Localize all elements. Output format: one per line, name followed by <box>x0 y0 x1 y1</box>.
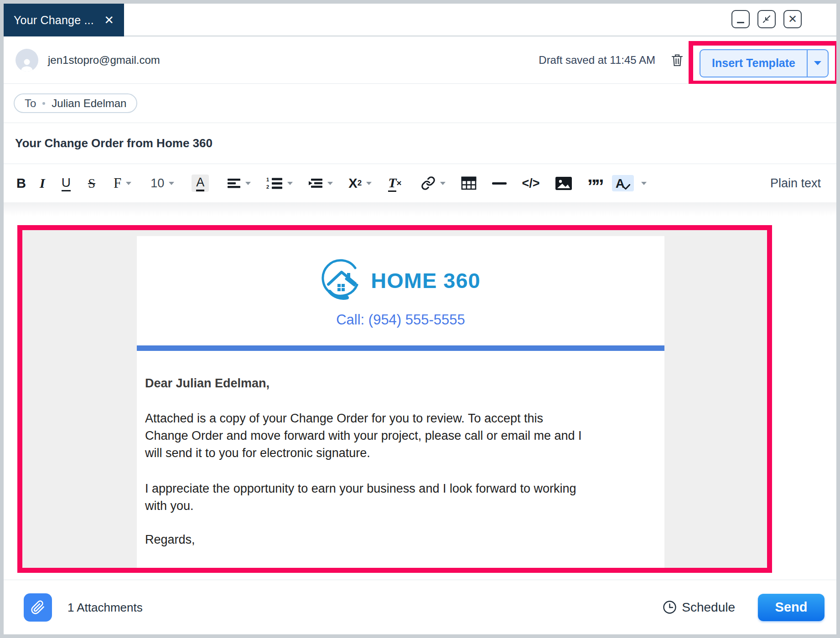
italic-button[interactable]: I <box>40 175 45 191</box>
paragraph: I appreciate the opportunity to earn you… <box>145 480 646 515</box>
email-body-annotation: HOME 360 Call: (954) 555-5555 Dear Julia… <box>17 225 772 573</box>
brand-header: HOME 360 <box>137 259 664 302</box>
indent-icon <box>308 178 323 189</box>
clear-formatting-button[interactable]: T× <box>388 175 401 192</box>
paragraph: Attached is a copy of your Change Order … <box>145 410 646 462</box>
close-icon: ✕ <box>788 14 797 25</box>
editor-top-fade <box>4 202 836 216</box>
to-label: To <box>25 97 36 110</box>
bold-button[interactable]: B <box>16 176 26 191</box>
indent-button[interactable] <box>308 178 333 189</box>
chevron-down-icon <box>440 182 446 185</box>
minimize-button[interactable] <box>731 10 750 28</box>
email-text[interactable]: Dear Julian Edelman, Attached is a copy … <box>137 376 664 547</box>
insert-template-button[interactable]: Insert Template <box>700 49 829 77</box>
email-body-editor[interactable]: HOME 360 Call: (954) 555-5555 Dear Julia… <box>137 236 664 568</box>
compose-footer: 1 Attachments Schedule Send <box>4 580 836 634</box>
compose-tab-title: Your Change ... <box>14 14 94 27</box>
table-button[interactable] <box>461 176 477 190</box>
greeting: Dear Julian Edelman, <box>145 376 646 391</box>
trash-icon <box>671 53 683 67</box>
image-icon <box>555 177 572 190</box>
brand-name: HOME 360 <box>371 268 480 293</box>
svg-text:2: 2 <box>266 184 269 190</box>
clear-format-sub: × <box>396 178 401 188</box>
paperclip-icon <box>31 600 45 615</box>
superscript-base: X <box>348 176 357 191</box>
brand-phone: Call: (954) 555-5555 <box>137 312 664 328</box>
superscript-button[interactable]: X2 <box>348 176 372 191</box>
home360-logo-icon <box>321 259 363 302</box>
minimize-icon <box>737 22 744 23</box>
insert-image-button[interactable] <box>555 177 572 190</box>
insert-template-dropdown[interactable] <box>807 50 828 77</box>
font-size-value: 10 <box>150 176 164 190</box>
draft-status: Draft saved at 11:45 AM <box>539 54 655 67</box>
window-controls: ✕ <box>731 10 802 28</box>
send-button[interactable]: Send <box>758 594 824 621</box>
horizontal-line-button[interactable] <box>492 182 507 185</box>
blockquote-button[interactable]: ”” <box>587 175 602 191</box>
link-button[interactable] <box>421 176 446 190</box>
chevron-down-icon <box>366 182 372 185</box>
recipient-chip[interactable]: To Julian Edelman <box>14 93 137 113</box>
chevron-down-icon <box>126 182 131 185</box>
close-button[interactable]: ✕ <box>783 10 802 28</box>
title-bar: ✕ <box>4 4 836 36</box>
strikethrough-button[interactable]: S <box>88 176 95 191</box>
closing: Regards, <box>145 533 646 547</box>
attachments-count[interactable]: 1 Attachments <box>67 600 143 614</box>
font-family-label: F <box>114 175 121 191</box>
tab-close-icon[interactable]: ✕ <box>104 14 114 26</box>
clock-icon <box>663 600 677 614</box>
numbered-list-icon: 1 2 <box>266 177 283 190</box>
chevron-down-icon <box>245 182 251 185</box>
horizontal-line-icon <box>492 182 507 185</box>
chevron-down-icon <box>814 61 821 65</box>
schedule-button[interactable]: Schedule <box>663 600 735 615</box>
footer-actions: Schedule Send <box>663 580 824 634</box>
plain-text-toggle[interactable]: Plain text <box>770 176 821 190</box>
code-button[interactable]: </> <box>522 176 540 190</box>
font-color-label: A <box>196 175 204 191</box>
numbered-list-button[interactable]: 1 2 <box>266 177 293 190</box>
font-family-button[interactable]: F <box>114 175 131 191</box>
person-icon <box>19 57 35 72</box>
delete-draft-button[interactable] <box>671 53 683 67</box>
link-icon <box>421 176 436 190</box>
clear-format-glyph: T <box>388 175 396 192</box>
recipient-name: Julian Edelman <box>52 97 126 110</box>
insert-template-label[interactable]: Insert Template <box>700 50 807 77</box>
underline-button[interactable]: U <box>62 175 71 191</box>
collapse-icon <box>762 14 772 24</box>
subject-input[interactable]: Your Change Order from Home 360 <box>4 136 213 150</box>
collapse-button[interactable] <box>757 10 776 28</box>
compose-tab[interactable]: Your Change ... ✕ <box>4 4 124 36</box>
chevron-down-icon <box>169 182 174 185</box>
quote-icon: ”” <box>587 182 602 191</box>
brand-divider <box>137 345 664 351</box>
chevron-down-icon[interactable] <box>641 182 647 185</box>
spellcheck-button[interactable]: A <box>612 175 634 191</box>
font-size-button[interactable]: 10 <box>150 176 174 190</box>
check-icon <box>623 184 630 190</box>
dot-separator <box>42 102 45 105</box>
formatting-toolbar: B I U S F 10 A 1 2 <box>4 164 836 202</box>
subject-row[interactable]: Your Change Order from Home 360 <box>4 123 836 164</box>
recipient-row[interactable]: To Julian Edelman <box>4 84 836 123</box>
avatar <box>16 49 38 72</box>
attachments-button[interactable] <box>24 593 52 622</box>
superscript-exp: 2 <box>358 179 362 188</box>
align-icon <box>227 178 241 189</box>
code-icon: </> <box>522 176 540 190</box>
insert-template-annotation: Insert Template <box>689 41 840 85</box>
alignment-button[interactable] <box>227 178 251 189</box>
compose-window: ✕ Your Change ... ✕ jen1stopro@gmail.com… <box>0 0 840 638</box>
font-color-button[interactable]: A <box>192 175 209 192</box>
table-icon <box>461 176 477 190</box>
chevron-down-icon <box>327 182 333 185</box>
schedule-label: Schedule <box>682 600 735 615</box>
chevron-down-icon <box>287 182 293 185</box>
from-email: jen1stopro@gmail.com <box>48 54 160 67</box>
svg-text:1: 1 <box>266 177 269 182</box>
